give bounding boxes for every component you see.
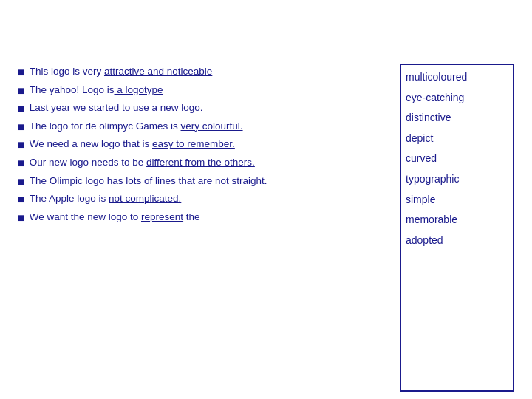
bullet: ■: [18, 155, 25, 171]
list-item-text: The yahoo! Logo is a logotype: [30, 83, 392, 97]
list-item: ■The yahoo! Logo is a logotype: [18, 82, 392, 100]
answer-word: multicoloured: [406, 68, 508, 87]
answer-word: adopted: [406, 231, 508, 250]
bullet: ■: [18, 210, 25, 226]
list-item-text: The Apple logo is not complicated.: [30, 192, 392, 205]
left-column: ■This logo is very attractive and notice…: [18, 64, 392, 392]
list-item: ■The Olimpic logo has lots of lines that…: [18, 173, 392, 191]
list-item: ■We need a new logo that is easy to reme…: [18, 136, 392, 154]
answer-word: simple: [406, 191, 508, 210]
underlined-text: very colourful.: [181, 120, 243, 132]
list-item-text: Our new logo needs to be different from …: [30, 156, 392, 169]
list-item-text: We need a new logo that is easy to remem…: [30, 137, 392, 151]
answer-word: memorable: [406, 211, 508, 230]
underlined-text: not straight.: [215, 175, 267, 186]
content-area: ■This logo is very attractive and notice…: [18, 64, 514, 392]
answer-word: curved: [406, 149, 508, 168]
answer-word: distinctive: [406, 109, 508, 128]
bullet: ■: [18, 119, 25, 135]
list-item: ■The logo for de olimpyc Games is very c…: [18, 118, 392, 137]
list-item: ■The Apple logo is not complicated.: [18, 191, 392, 209]
bullet: ■: [18, 191, 25, 208]
answer-word: depict: [406, 129, 508, 149]
bullet: ■: [18, 83, 25, 99]
list-item-text: This logo is very attractive and noticea…: [30, 65, 392, 78]
page: ■This logo is very attractive and notice…: [0, 0, 532, 399]
underlined-text: different from the others.: [146, 157, 255, 168]
underlined-text: easy to remember.: [152, 138, 235, 149]
list-item: ■This logo is very attractive and notice…: [18, 64, 392, 82]
bullet: ■: [18, 137, 25, 153]
right-column: multicolouredeye-catchingdistinctivedepi…: [400, 64, 514, 392]
list-item: ■Last year we started to use a new logo.: [18, 100, 392, 118]
list-item-text: The logo for de olimpyc Games is very co…: [30, 120, 392, 133]
list-item-text: We want the new logo to represent the: [30, 211, 392, 224]
list-item-text: The Olimpic logo has lots of lines that …: [30, 174, 392, 188]
list-item: ■We want the new logo to represent the: [18, 209, 392, 228]
underlined-text: started to use: [89, 102, 149, 113]
underlined-text: represent: [141, 211, 183, 222]
bullet: ■: [18, 100, 25, 117]
list-item: ■Our new logo needs to be different from…: [18, 154, 392, 173]
underlined-text: not complicated.: [109, 193, 181, 204]
underlined-text: attractive and noticeable: [104, 66, 212, 77]
answer-word: typographic: [406, 170, 508, 189]
list-item-text: Last year we started to use a new logo.: [30, 101, 392, 115]
bullet: ■: [18, 174, 25, 190]
underlined-text: a logotype: [115, 84, 163, 95]
title: [18, 13, 514, 53]
answer-word: eye-catching: [406, 89, 508, 108]
bullet: ■: [18, 64, 25, 81]
